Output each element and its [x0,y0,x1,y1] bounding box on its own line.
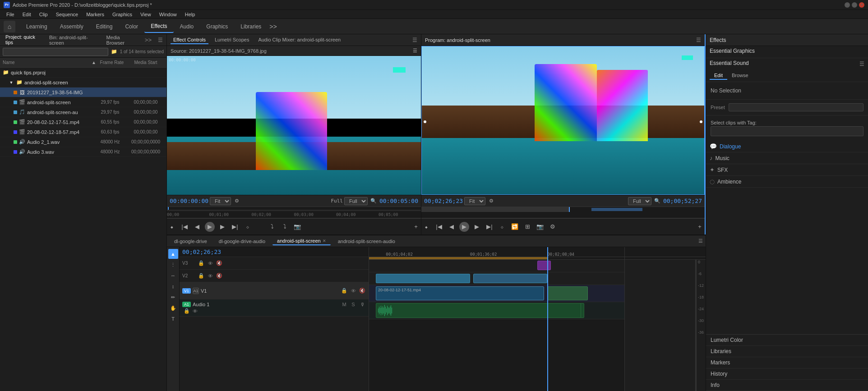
home-button[interactable]: ⌂ [4,21,15,32]
project-panel-overflow[interactable]: >> [143,37,153,43]
track-sync-v1[interactable]: A1 [193,288,199,294]
tab-color[interactable]: Color [119,20,144,33]
tag-sfx[interactable]: ✦ SFX [706,164,868,176]
track-mute-v1[interactable]: 🔇 [359,288,366,294]
source-settings-button[interactable]: ⚙ [232,197,241,206]
program-scrubber[interactable] [421,207,705,212]
track-lock-a1[interactable]: 🔒 [183,308,190,314]
program-zoom-button[interactable]: 🔍 [653,197,662,206]
program-prev-frame[interactable]: ◀ [447,222,457,232]
export-frame-button[interactable]: 📷 [292,222,302,232]
track-solo-a1[interactable]: S [350,302,357,307]
track-eye-a1[interactable]: 👁 [191,308,199,314]
program-safe-margins[interactable]: ⊞ [522,222,532,232]
panel-history[interactable]: History [706,368,868,380]
program-settings-button[interactable]: ⚙ [487,197,496,206]
type-tool[interactable]: T [168,314,178,324]
program-export-frame[interactable]: 📷 [535,222,545,232]
timeline-overflow-button[interactable]: ☰ [698,238,703,244]
preset-select[interactable] [729,103,863,111]
list-item[interactable]: 🎵 android-split-screen-au 29,97 fps 00;0… [0,107,166,117]
hand-tool[interactable]: ✋ [168,303,178,313]
mark-in-button[interactable]: ⬥ [167,222,177,232]
clip-v1-2[interactable] [547,286,588,300]
project-panel-menu[interactable]: ☰ [158,37,163,43]
source-scrubber[interactable] [167,207,421,211]
tab-bin[interactable]: Bin: android-split-screen [47,34,100,46]
list-item[interactable]: 🎬 20-08-02-12-17-51.mp4 60,55 fps 00;00;… [0,117,166,127]
tab-lumetri-scopes[interactable]: Lumetri Scopes [212,36,252,44]
panel-lumetri-color[interactable]: Lumetri Color [706,335,868,346]
roll-tool[interactable]: ↕ [168,281,178,291]
tab-assembly[interactable]: Assembly [54,20,90,33]
add-source-button[interactable]: + [411,222,421,232]
menu-markers[interactable]: Markers [83,11,108,18]
track-lock-v1[interactable]: 🔒 [341,288,348,294]
tab-browse[interactable]: Browse [727,72,753,80]
play-button[interactable]: ▶ [205,222,215,232]
program-full-select[interactable]: Full [628,197,651,205]
ripple-tool[interactable]: ↔ [168,271,178,281]
panel-markers[interactable]: Markers [706,357,868,368]
menu-view[interactable]: View [137,11,155,18]
tab-graphics[interactable]: Graphics [200,20,234,33]
menu-sequence[interactable]: Sequence [52,11,82,18]
step-back-1-button[interactable]: |◀ [180,222,189,232]
tab-effects[interactable]: Effects [144,20,173,33]
program-step-fwd[interactable]: ▶| [485,222,494,232]
tab-editing[interactable]: Editing [90,20,119,33]
program-step-back[interactable]: |◀ [434,222,444,232]
source-timecode[interactable]: 00:00:00:00 [170,198,208,204]
essential-sound-menu[interactable]: ☰ [859,61,864,67]
program-loop[interactable]: 🔁 [510,222,520,232]
timeline-tab-close[interactable]: ✕ [323,239,326,243]
menu-help[interactable]: Help [181,11,199,18]
tag-ambience[interactable]: ◌ Ambience [706,176,868,188]
source-monitor-menu[interactable]: ☰ [412,37,417,43]
close-button[interactable]: ✕ [859,2,864,8]
list-item[interactable]: 🔊 Audio 3.wav 48000 Hz 00;00;00;0000 [0,147,166,157]
list-item[interactable]: 🖼 20191227_19-38-54-IMG [0,87,166,97]
add-button[interactable]: + [411,222,421,232]
timeline-tab-dl-google-drive-audio[interactable]: dl-google-drive-audio [214,238,270,245]
pen-tool[interactable]: ✏ [168,292,178,302]
menu-graphics[interactable]: Graphics [109,11,136,18]
track-lock-v3[interactable]: 🔒 [198,260,205,266]
project-new-bin-button[interactable]: 📁 [110,48,118,56]
clip-v1-main[interactable]: 20-08-02-12-17-51.mp4 [376,286,544,300]
list-item[interactable]: ▼ 📁 android-split-screen [0,78,166,87]
source-panel-menu[interactable]: ☰ [413,48,417,54]
tab-libraries[interactable]: Libraries [234,20,268,33]
track-mute-v2[interactable]: 🔇 [216,273,223,279]
track-mute-v3[interactable]: 🔇 [216,260,223,266]
source-fit-select[interactable]: Fit [210,197,231,205]
list-item[interactable]: 🎬 20-08-02-12-18-57.mp4 60,63 fps 00;00;… [0,127,166,137]
timeline-tab-android-split-screen-audio[interactable]: android-split-screen-audio [333,238,400,245]
clip-v2-1[interactable] [376,274,470,283]
program-next-frame[interactable]: ▶ [472,222,482,232]
tag-search-input[interactable] [711,126,863,136]
minimize-button[interactable]: ─ [845,2,850,8]
select-tool[interactable]: ▲ [168,249,178,259]
clip-a1-2[interactable] [547,303,581,318]
tab-audio[interactable]: Audio [174,20,200,33]
next-frame-button[interactable]: ▶ [217,222,227,232]
panel-info[interactable]: Info [706,380,868,391]
clip-v2-2[interactable] [473,274,547,283]
mark-out-button[interactable]: ⬦ [243,222,253,232]
list-item[interactable]: 🎬 android-split-screen 29,97 fps 00;00;0… [0,97,166,107]
tab-audio-clip-mixer[interactable]: Audio Clip Mixer: android-split-screen [255,36,343,44]
program-mark-out[interactable]: ⬦ [497,222,507,232]
prev-frame-button[interactable]: ◀ [192,222,202,232]
panel-libraries[interactable]: Libraries [706,346,868,357]
track-eye-v3[interactable]: 👁 [207,261,214,266]
menu-file[interactable]: File [3,11,18,18]
program-timecode[interactable]: 00;02;26;23 [424,198,463,204]
track-mute-a1[interactable]: M [341,302,348,307]
menu-clip[interactable]: Clip [36,11,51,18]
maximize-button[interactable]: □ [852,2,857,8]
timeline-tab-android-split-screen[interactable]: android-split-screen ✕ [272,237,331,245]
tag-dialogue[interactable]: 💬 Dialogue [706,141,868,152]
program-add-button[interactable]: + [695,222,705,232]
tab-learning[interactable]: Learning [20,20,54,33]
